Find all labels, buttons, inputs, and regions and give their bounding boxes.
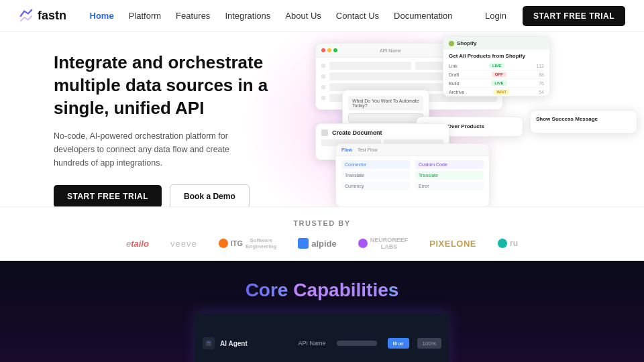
neuroreef-text: NEUROREEFLABS [370, 237, 409, 250]
nav-features[interactable]: Features [176, 11, 210, 21]
create-icon [321, 129, 328, 136]
nav-actions: Login START FREE TRIAL [476, 6, 625, 26]
mock-icon-sm-4 [321, 96, 325, 100]
mock-flow-inner: Flow Test Flow Connector Translate Curre… [336, 144, 489, 196]
mock-icon-sm-2 [321, 74, 325, 78]
hero-left: Integrate and orchestrate multiple data … [54, 52, 295, 206]
flow-item-error: Error [415, 182, 484, 190]
neuroreef-dot [358, 239, 368, 248]
logo-pixelone: PIXELONE [429, 239, 476, 249]
shopify-row-4: Archive WAIT 54 [449, 88, 544, 97]
dot-yellow [327, 48, 331, 52]
logo-icon [19, 9, 34, 23]
flow-tab-flow: Flow [341, 147, 352, 152]
logo-veeve: veeve [170, 239, 197, 249]
mock-shopify-header: Shopify [443, 37, 549, 50]
shopify-action: Get All Products from Shopify [449, 53, 544, 59]
mock-flow-header: Flow Test Flow [336, 144, 489, 156]
shopify-badge-3: LIVE [491, 80, 506, 86]
shopify-badge-2: OFF [492, 72, 506, 77]
logo-alpide: alpide [298, 238, 337, 249]
shopify-num-3: 76 [539, 81, 544, 86]
nav-docs[interactable]: Documentation [394, 11, 452, 21]
shopify-row-1: Link LIVE 112 [449, 62, 544, 70]
itg-dot [219, 239, 228, 248]
ru-text: ru [510, 239, 518, 248]
shopify-label-1: Link [449, 64, 458, 68]
hero-mockup: API Name 100% [295, 43, 604, 206]
mock-icon-sm-3 [321, 85, 325, 89]
nav-links: Home Platform Features Integrations Abou… [90, 11, 453, 21]
flow-tab-test: Test Flow [358, 147, 378, 152]
nav-platform[interactable]: Platform [129, 11, 161, 21]
mock-api-title: API Name [380, 48, 401, 53]
navbar: fastn Home Platform Features Integration… [0, 0, 644, 32]
core-btn-blue[interactable]: Blue [388, 338, 409, 349]
dot-green [333, 48, 337, 52]
svg-rect-0 [206, 341, 211, 346]
shopify-title: Shopify [457, 40, 476, 46]
shopify-label-2: Draft [449, 72, 459, 77]
core-word-s: s [388, 280, 399, 300]
shopify-dot [449, 41, 454, 46]
ru-dot [498, 239, 507, 248]
flow-item-connector: Connector [341, 160, 410, 169]
mock-ai-question: What Do You Want To Automate Today? [348, 96, 423, 111]
itg-subtext: SoftwareEngineering [246, 237, 276, 249]
trusted-logos: etailo veeve ITG SoftwareEngineering alp… [0, 237, 644, 250]
mock-icon-sm [321, 64, 325, 68]
core-title: Core Capabilities [0, 280, 644, 301]
logo[interactable]: fastn [19, 9, 66, 23]
shopify-num-4: 54 [539, 90, 544, 95]
hero-demo-button[interactable]: Book a Demo [170, 184, 250, 206]
logo-etailo: etailo [126, 239, 149, 249]
core-word-core: Core [246, 280, 288, 300]
alpide-dot [298, 238, 309, 249]
shopify-num-1: 112 [536, 64, 544, 68]
flow-item-translate-2: Translate [415, 171, 484, 180]
etailo-text: etailo [126, 239, 149, 249]
flow-col-left: Connector Translate Currency [341, 160, 410, 192]
hero-trial-button[interactable]: START FREE TRIAL [54, 185, 162, 206]
shopify-badge-4: WAIT [493, 89, 510, 95]
core-section: Core Capabilities AI Agent API Name Blue… [0, 261, 644, 362]
core-ai-agent-label: AI Agent [220, 340, 248, 347]
login-button[interactable]: Login [476, 7, 516, 25]
shopify-badge-1: LIVE [489, 63, 504, 68]
nav-home[interactable]: Home [90, 11, 114, 21]
core-panel-dot [203, 337, 215, 349]
shopify-label-3: Build [449, 81, 460, 86]
itg-text: ITG [231, 239, 243, 247]
trusted-section: TRUSTED BY etailo veeve ITG SoftwareEngi… [0, 206, 644, 261]
mock-shopify-panel: Shopify Get All Products from Shopify Li… [443, 36, 550, 97]
logo-text: fastn [38, 9, 66, 23]
flow-item-custom-code: Custom Code [415, 160, 484, 169]
mock-flow-panel: Flow Test Flow Connector Translate Curre… [335, 143, 490, 206]
logo-neuroreef: NEUROREEFLABS [358, 237, 409, 250]
core-preview-wrapper: AI Agent API Name Blue 100% [0, 313, 644, 362]
create-header: Create Document [321, 129, 443, 136]
hero-subtitle: No-code, AI-powered orchestration platfo… [54, 129, 255, 170]
flow-item-currency: Currency [341, 182, 410, 190]
success-label: Show Success Message [536, 116, 598, 122]
nav-trial-button[interactable]: START FREE TRIAL [523, 6, 625, 26]
hero-title: Integrate and orchestrate multiple data … [54, 52, 295, 119]
trusted-label: TRUSTED BY [0, 219, 644, 227]
core-btn-gray[interactable]: 100% [417, 338, 441, 349]
alpide-text: alpide [311, 239, 337, 249]
hero-section: Integrate and orchestrate multiple data … [0, 32, 644, 206]
mock-flow-content: Connector Translate Currency Custom Code… [336, 156, 489, 196]
mockup-container: API Name 100% [309, 36, 617, 206]
veeve-text: veeve [170, 239, 197, 249]
core-word-capabilities: Capabilitie [293, 280, 388, 300]
nav-contact[interactable]: Contact Us [336, 11, 379, 21]
shopify-row-2: Draft OFF 88 [449, 70, 544, 79]
core-bar-1 [337, 341, 377, 346]
core-panel-preview: AI Agent API Name Blue 100% [195, 313, 449, 362]
mock-success-inner: Show Success Message [531, 111, 637, 127]
create-title: Create Document [332, 129, 382, 136]
nav-about[interactable]: About Us [285, 11, 321, 21]
mock-ai-input [348, 113, 423, 123]
nav-integrations[interactable]: Integrations [225, 11, 270, 21]
core-panel-icon [205, 340, 212, 347]
